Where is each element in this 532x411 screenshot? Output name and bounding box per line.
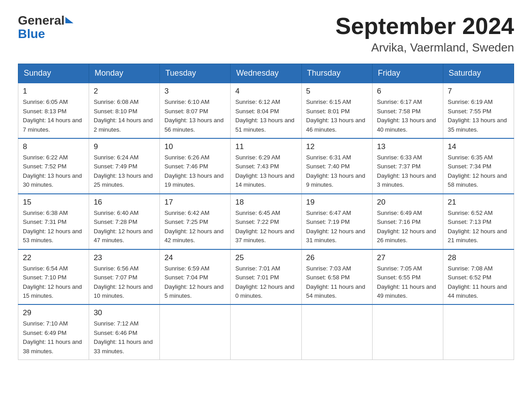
day-number: 30 [94, 308, 155, 317]
weekday-header-thursday: Thursday [301, 64, 372, 83]
day-info: Sunrise: 6:45 AMSunset: 7:22 PMDaylight:… [235, 210, 294, 244]
day-info: Sunrise: 6:24 AMSunset: 7:49 PMDaylight:… [94, 154, 153, 188]
day-info: Sunrise: 6:59 AMSunset: 7:04 PMDaylight:… [164, 265, 223, 299]
day-info: Sunrise: 6:08 AMSunset: 8:10 PMDaylight:… [94, 98, 153, 133]
calendar-cell: 6 Sunrise: 6:17 AMSunset: 7:58 PMDayligh… [372, 83, 443, 138]
calendar-cell: 24 Sunrise: 6:59 AMSunset: 7:04 PMDaylig… [160, 249, 231, 305]
day-info: Sunrise: 6:35 AMSunset: 7:34 PMDaylight:… [448, 154, 507, 188]
calendar-cell: 8 Sunrise: 6:22 AMSunset: 7:52 PMDayligh… [18, 138, 89, 194]
calendar-cell: 18 Sunrise: 6:45 AMSunset: 7:22 PMDaylig… [231, 194, 301, 249]
calendar-cell: 20 Sunrise: 6:49 AMSunset: 7:16 PMDaylig… [372, 194, 443, 249]
calendar-cell: 30 Sunrise: 7:12 AMSunset: 6:46 PMDaylig… [89, 304, 160, 360]
day-info: Sunrise: 6:12 AMSunset: 8:04 PMDaylight:… [235, 98, 294, 133]
calendar-cell: 26 Sunrise: 7:03 AMSunset: 6:58 PMDaylig… [301, 249, 372, 305]
day-info: Sunrise: 6:33 AMSunset: 7:37 PMDaylight:… [377, 154, 436, 188]
day-info: Sunrise: 6:10 AMSunset: 8:07 PMDaylight:… [164, 98, 223, 133]
day-info: Sunrise: 7:03 AMSunset: 6:58 PMDaylight:… [306, 265, 365, 299]
day-number: 15 [23, 198, 84, 207]
calendar-cell: 9 Sunrise: 6:24 AMSunset: 7:49 PMDayligh… [89, 138, 160, 194]
day-number: 12 [306, 142, 368, 151]
logo-triangle-icon [65, 17, 73, 23]
weekday-header-tuesday: Tuesday [160, 64, 231, 83]
location-title: Arvika, Vaermland, Sweden [335, 41, 514, 55]
month-year-title: September 2024 [335, 13, 514, 39]
calendar-cell: 10 Sunrise: 6:26 AMSunset: 7:46 PMDaylig… [160, 138, 231, 194]
day-info: Sunrise: 6:22 AMSunset: 7:52 PMDaylight:… [23, 154, 82, 188]
day-number: 17 [164, 198, 226, 207]
day-number: 28 [448, 253, 509, 262]
calendar-cell: 25 Sunrise: 7:01 AMSunset: 7:01 PMDaylig… [231, 249, 301, 305]
day-number: 5 [306, 87, 368, 96]
day-info: Sunrise: 6:15 AMSunset: 8:01 PMDaylight:… [306, 98, 365, 133]
calendar-cell: 23 Sunrise: 6:56 AMSunset: 7:07 PMDaylig… [89, 249, 160, 305]
calendar-cell: 17 Sunrise: 6:42 AMSunset: 7:25 PMDaylig… [160, 194, 231, 249]
calendar-cell: 22 Sunrise: 6:54 AMSunset: 7:10 PMDaylig… [18, 249, 89, 305]
weekday-header-wednesday: Wednesday [231, 64, 301, 83]
calendar-cell: 4 Sunrise: 6:12 AMSunset: 8:04 PMDayligh… [231, 83, 301, 138]
day-info: Sunrise: 7:12 AMSunset: 6:46 PMDaylight:… [94, 320, 153, 354]
logo: General Blue [18, 13, 73, 41]
day-number: 22 [23, 253, 84, 262]
day-info: Sunrise: 6:47 AMSunset: 7:19 PMDaylight:… [306, 210, 365, 244]
day-info: Sunrise: 6:40 AMSunset: 7:28 PMDaylight:… [94, 210, 153, 244]
calendar-cell: 27 Sunrise: 7:05 AMSunset: 6:55 PMDaylig… [372, 249, 443, 305]
day-number: 26 [306, 253, 368, 262]
calendar-cell: 3 Sunrise: 6:10 AMSunset: 8:07 PMDayligh… [160, 83, 231, 138]
day-info: Sunrise: 6:42 AMSunset: 7:25 PMDaylight:… [164, 210, 223, 244]
day-info: Sunrise: 7:10 AMSunset: 6:49 PMDaylight:… [23, 320, 82, 354]
calendar-cell [372, 304, 443, 360]
calendar-cell [231, 304, 301, 360]
calendar-cell: 21 Sunrise: 6:52 AMSunset: 7:13 PMDaylig… [443, 194, 514, 249]
day-number: 16 [94, 198, 155, 207]
day-number: 13 [377, 142, 438, 151]
calendar-cell: 15 Sunrise: 6:38 AMSunset: 7:31 PMDaylig… [18, 194, 89, 249]
day-info: Sunrise: 6:56 AMSunset: 7:07 PMDaylight:… [94, 265, 153, 299]
day-number: 1 [23, 87, 84, 96]
day-number: 24 [164, 253, 226, 262]
calendar-cell: 19 Sunrise: 6:47 AMSunset: 7:19 PMDaylig… [301, 194, 372, 249]
week-row-5: 29 Sunrise: 7:10 AMSunset: 6:49 PMDaylig… [18, 304, 514, 360]
day-info: Sunrise: 6:38 AMSunset: 7:31 PMDaylight:… [23, 210, 82, 244]
weekday-header-monday: Monday [89, 64, 160, 83]
week-row-4: 22 Sunrise: 6:54 AMSunset: 7:10 PMDaylig… [18, 249, 514, 305]
day-number: 9 [94, 142, 155, 151]
day-number: 14 [448, 142, 509, 151]
calendar-cell: 29 Sunrise: 7:10 AMSunset: 6:49 PMDaylig… [18, 304, 89, 360]
calendar-cell: 28 Sunrise: 7:08 AMSunset: 6:52 PMDaylig… [443, 249, 514, 305]
day-info: Sunrise: 6:49 AMSunset: 7:16 PMDaylight:… [377, 210, 436, 244]
day-number: 29 [23, 308, 84, 317]
calendar-cell [443, 304, 514, 360]
day-info: Sunrise: 6:54 AMSunset: 7:10 PMDaylight:… [23, 265, 82, 299]
logo-general-text: General [18, 13, 64, 28]
day-number: 20 [377, 198, 438, 207]
page-header: General Blue September 2024 Arvika, Vaer… [18, 13, 514, 55]
week-row-2: 8 Sunrise: 6:22 AMSunset: 7:52 PMDayligh… [18, 138, 514, 194]
title-area: September 2024 Arvika, Vaermland, Sweden [335, 13, 514, 55]
day-number: 11 [235, 142, 296, 151]
logo-blue-text: Blue [18, 27, 45, 41]
weekday-header-friday: Friday [372, 64, 443, 83]
calendar-cell [301, 304, 372, 360]
day-number: 21 [448, 198, 509, 207]
day-info: Sunrise: 6:05 AMSunset: 8:13 PMDaylight:… [23, 98, 82, 133]
day-number: 27 [377, 253, 438, 262]
day-number: 8 [23, 142, 84, 151]
calendar-cell: 13 Sunrise: 6:33 AMSunset: 7:37 PMDaylig… [372, 138, 443, 194]
day-number: 6 [377, 87, 438, 96]
calendar-cell: 2 Sunrise: 6:08 AMSunset: 8:10 PMDayligh… [89, 83, 160, 138]
day-info: Sunrise: 6:17 AMSunset: 7:58 PMDaylight:… [377, 98, 436, 133]
calendar-cell: 14 Sunrise: 6:35 AMSunset: 7:34 PMDaylig… [443, 138, 514, 194]
day-info: Sunrise: 7:01 AMSunset: 7:01 PMDaylight:… [235, 265, 294, 299]
day-info: Sunrise: 6:29 AMSunset: 7:43 PMDaylight:… [235, 154, 294, 188]
day-number: 18 [235, 198, 296, 207]
day-info: Sunrise: 6:26 AMSunset: 7:46 PMDaylight:… [164, 154, 223, 188]
day-info: Sunrise: 7:08 AMSunset: 6:52 PMDaylight:… [448, 265, 507, 299]
day-number: 7 [448, 87, 509, 96]
calendar-cell [160, 304, 231, 360]
week-row-1: 1 Sunrise: 6:05 AMSunset: 8:13 PMDayligh… [18, 83, 514, 138]
day-number: 2 [94, 87, 155, 96]
day-info: Sunrise: 7:05 AMSunset: 6:55 PMDaylight:… [377, 265, 436, 299]
day-number: 10 [164, 142, 226, 151]
day-number: 19 [306, 198, 368, 207]
calendar-cell: 5 Sunrise: 6:15 AMSunset: 8:01 PMDayligh… [301, 83, 372, 138]
